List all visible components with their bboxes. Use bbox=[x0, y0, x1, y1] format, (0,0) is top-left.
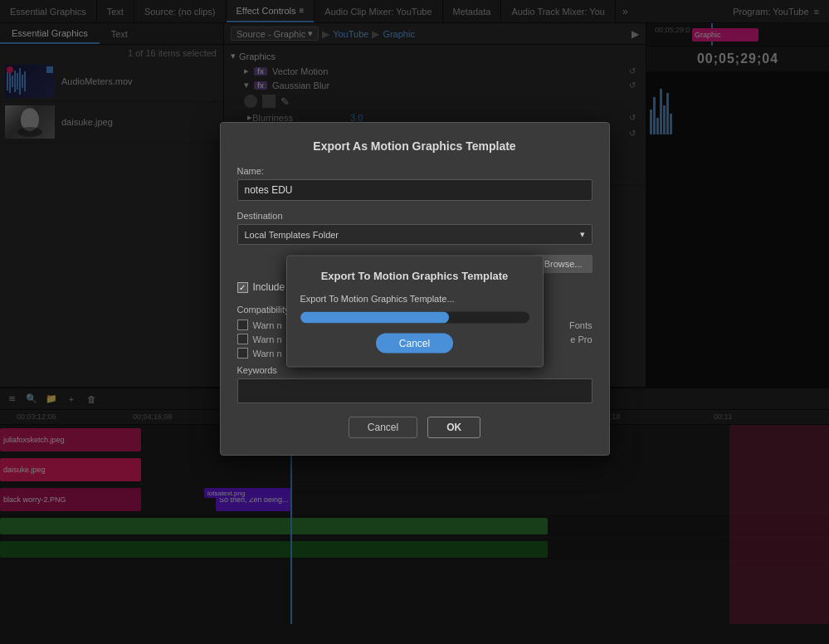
destination-label: Destination bbox=[237, 211, 592, 221]
fonts-label: Fonts bbox=[569, 320, 592, 330]
destination-value: Local Templates Folder bbox=[245, 230, 339, 240]
aftereffects-label: e Pro bbox=[570, 334, 592, 344]
compat-text-3: Warn n bbox=[253, 349, 282, 359]
name-input[interactable] bbox=[237, 179, 592, 201]
destination-dropdown-chevron bbox=[580, 229, 585, 240]
name-label: Name: bbox=[237, 166, 592, 176]
inner-cancel-button[interactable]: Cancel bbox=[376, 334, 453, 354]
export-dialog-title: Export As Motion Graphics Template bbox=[237, 139, 592, 153]
thumbnail-checkbox[interactable]: ✓ bbox=[237, 282, 248, 293]
export-dialog: Export As Motion Graphics Template Name:… bbox=[220, 122, 610, 456]
progress-bar-fill bbox=[300, 312, 449, 324]
progress-bar-background bbox=[300, 312, 529, 324]
compat-text-1: Warn n bbox=[253, 320, 282, 330]
keywords-input[interactable] bbox=[237, 378, 592, 403]
checkmark-icon: ✓ bbox=[239, 283, 246, 292]
dialog-bottom-buttons: Cancel OK bbox=[237, 417, 592, 438]
inner-progress-dialog: Export To Motion Graphics Template Expor… bbox=[286, 256, 544, 368]
inner-dialog-status: Export To Motion Graphics Template... bbox=[300, 294, 529, 304]
compat-checkbox-2[interactable] bbox=[237, 334, 248, 344]
compat-checkbox-3[interactable] bbox=[237, 348, 248, 359]
dialog-backdrop: Export As Motion Graphics Template Name:… bbox=[0, 0, 829, 644]
destination-row: Local Templates Folder bbox=[237, 224, 592, 245]
compat-checkbox-1[interactable] bbox=[237, 320, 248, 330]
destination-dropdown[interactable]: Local Templates Folder bbox=[237, 224, 592, 245]
inner-dialog-title: Export To Motion Graphics Template bbox=[300, 270, 529, 282]
compat-text-2: Warn n bbox=[253, 334, 282, 344]
dialog-ok-button[interactable]: OK bbox=[427, 417, 480, 438]
dialog-cancel-button[interactable]: Cancel bbox=[349, 417, 417, 438]
